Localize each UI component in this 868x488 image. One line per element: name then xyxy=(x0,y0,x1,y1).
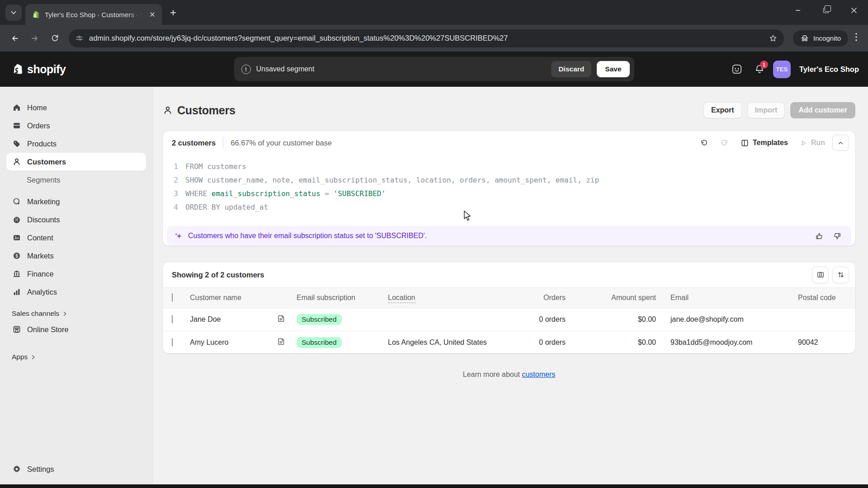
page-actions: Export Import Add customer xyxy=(703,102,855,118)
customers-help-link[interactable]: customers xyxy=(522,371,555,378)
discard-button[interactable]: Discard xyxy=(551,61,591,77)
apps-section[interactable]: Apps xyxy=(6,350,146,364)
divider xyxy=(223,137,223,149)
edit-columns-button[interactable] xyxy=(812,267,829,283)
thumbs-up-icon[interactable] xyxy=(815,232,824,240)
subscription-status-badge: Subscribed xyxy=(297,314,342,325)
sidebar-item-label: Discounts xyxy=(27,216,60,224)
cell-customer-name[interactable]: Amy Lucero xyxy=(190,338,277,347)
notifications-button[interactable]: 1 xyxy=(750,60,769,78)
row-checkbox[interactable] xyxy=(172,315,173,324)
browser-tab[interactable]: Tyler's Eco Shop · Customers · S xyxy=(25,4,162,25)
chevron-up-icon xyxy=(837,140,844,146)
products-tag-icon xyxy=(12,139,21,148)
sidebar-item-label: Online Store xyxy=(27,325,69,334)
shopify-logo[interactable]: shopify xyxy=(12,62,66,76)
url-text[interactable]: admin.shopify.com/store/jy63jq-dc/custom… xyxy=(89,34,763,42)
store-name[interactable]: Tyler's Eco Shop xyxy=(799,65,859,74)
close-icon xyxy=(851,7,857,14)
reload-button[interactable] xyxy=(46,30,63,47)
bookmark-star-icon[interactable] xyxy=(769,34,778,43)
sidebar-item-label: Orders xyxy=(27,122,50,130)
banner-feedback xyxy=(815,232,844,240)
cell-customer-name[interactable]: Jane Doe xyxy=(190,315,277,324)
query-token: 'SUBSCRIBED' xyxy=(334,189,386,198)
templates-button[interactable]: Templates xyxy=(736,135,793,151)
ai-banner-text: Customers who have their email subscript… xyxy=(188,232,810,240)
query-token: ORDER BY updated_at xyxy=(185,203,268,211)
export-button[interactable]: Export xyxy=(703,102,742,118)
add-customer-button[interactable]: Add customer xyxy=(790,102,855,118)
browser-menu-button[interactable] xyxy=(851,33,862,43)
sidebar-item-content[interactable]: Content xyxy=(6,229,146,247)
run-label: Run xyxy=(811,139,825,147)
browser-tabstrip: Tyler's Eco Shop · Customers · S + xyxy=(0,0,868,25)
tab-close-button[interactable] xyxy=(147,9,157,19)
finance-bank-icon xyxy=(12,269,21,278)
sales-channels-section[interactable]: Sales channels xyxy=(6,307,146,320)
column-header-postal-code[interactable]: Postal code xyxy=(798,294,846,302)
sidebar-item-online-store[interactable]: Online Store xyxy=(6,320,146,338)
sidebar-item-products[interactable]: Products xyxy=(6,135,146,153)
row-checkbox[interactable] xyxy=(172,338,173,347)
content-icon xyxy=(12,233,21,242)
sidekick-button[interactable] xyxy=(728,60,746,78)
sidebar-item-label: Markets xyxy=(27,252,54,260)
sidebar-item-orders[interactable]: Orders xyxy=(6,117,146,135)
column-header-email[interactable]: Email xyxy=(670,294,798,302)
sidebar-item-settings[interactable]: Settings xyxy=(6,460,146,478)
home-icon xyxy=(12,103,21,112)
column-header-location[interactable]: Location xyxy=(388,294,415,303)
new-tab-button[interactable]: + xyxy=(165,5,181,20)
minimize-icon xyxy=(795,7,801,14)
forward-button[interactable] xyxy=(26,30,43,47)
sort-button[interactable] xyxy=(832,267,849,283)
query-line: 4 ORDER BY updated_at xyxy=(172,201,846,214)
address-bar[interactable]: admin.shopify.com/store/jy63jq-dc/custom… xyxy=(69,29,784,47)
sidebar-item-home[interactable]: Home xyxy=(6,99,146,117)
note-button[interactable] xyxy=(277,337,297,348)
minimize-button[interactable] xyxy=(784,0,812,21)
line-number: 1 xyxy=(172,160,178,174)
column-header-customer-name[interactable]: Customer name xyxy=(190,294,277,302)
table-row[interactable]: Amy Lucero Subscribed Los Angeles CA, Un… xyxy=(163,331,855,353)
redo-button[interactable] xyxy=(716,135,733,151)
back-button[interactable] xyxy=(6,30,24,47)
column-header-orders[interactable]: Orders xyxy=(513,294,566,302)
shopify-bag-icon xyxy=(12,62,24,76)
sidebar-item-marketing[interactable]: Marketing xyxy=(6,192,146,211)
sidebar-item-analytics[interactable]: Analytics xyxy=(6,283,146,301)
column-header-amount-spent[interactable]: Amount spent xyxy=(566,294,656,302)
sidebar-item-segments[interactable]: Segments xyxy=(6,171,146,189)
markets-icon: $ xyxy=(12,251,21,260)
sidebar-item-label: Content xyxy=(27,234,53,242)
sidebar-item-finance[interactable]: Finance xyxy=(6,265,146,283)
page-header: Customers Export Import Add customer xyxy=(163,100,855,120)
select-all-checkbox[interactable] xyxy=(172,293,173,302)
tab-search-button[interactable] xyxy=(5,5,22,21)
import-button[interactable]: Import xyxy=(747,102,785,118)
note-button[interactable] xyxy=(277,314,297,325)
undo-button[interactable] xyxy=(695,135,713,151)
marketing-icon xyxy=(12,197,21,206)
sidebar-item-customers[interactable]: Customers xyxy=(6,153,146,171)
column-header-email-subscription[interactable]: Email subscription xyxy=(297,294,388,302)
close-icon xyxy=(150,12,155,17)
segment-query-editor[interactable]: 1 FROM customers 2 SHOW customer_name, n… xyxy=(163,155,855,226)
shopify-favicon xyxy=(32,10,40,19)
segment-count: 2 customers xyxy=(172,139,216,147)
customers-title-icon xyxy=(163,105,173,115)
store-avatar[interactable]: TES xyxy=(773,61,791,78)
thumbs-down-icon[interactable] xyxy=(833,232,841,240)
collapse-editor-button[interactable] xyxy=(832,135,849,151)
sidebar-item-markets[interactable]: $ Markets xyxy=(6,247,146,265)
window-close-button[interactable] xyxy=(840,0,868,21)
save-button[interactable]: Save xyxy=(597,61,629,77)
restore-icon xyxy=(823,8,829,13)
table-row[interactable]: Jane Doe Subscribed 0 orders $0.00 jane.… xyxy=(163,308,855,331)
query-line: 2 SHOW customer_name, note, email_subscr… xyxy=(172,174,846,187)
unsaved-segment-label: Unsaved segment xyxy=(256,65,546,73)
restore-button[interactable] xyxy=(812,0,840,21)
run-button[interactable]: Run xyxy=(795,135,830,151)
sidebar-item-discounts[interactable]: Discounts xyxy=(6,211,146,229)
